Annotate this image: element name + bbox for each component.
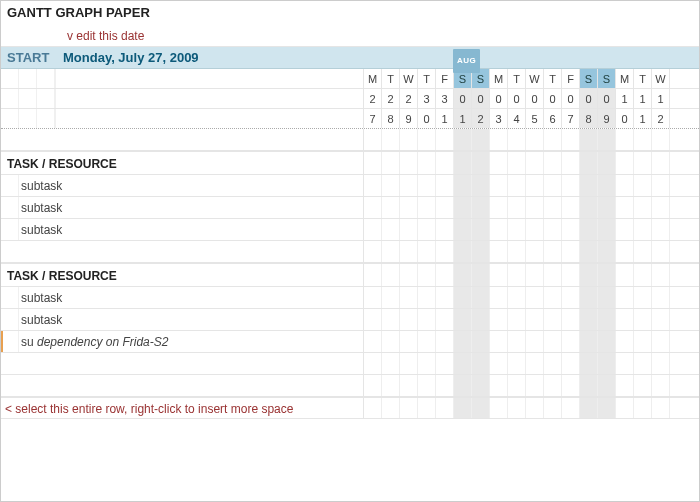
gantt-cell[interactable]	[364, 175, 382, 196]
gantt-cell[interactable]	[418, 175, 436, 196]
gantt-cell[interactable]	[382, 129, 400, 150]
gantt-cell[interactable]	[436, 241, 454, 262]
gantt-cell[interactable]	[490, 287, 508, 308]
gantt-cell[interactable]	[526, 175, 544, 196]
gantt-cell[interactable]	[634, 331, 652, 352]
gantt-cell[interactable]	[616, 219, 634, 240]
gantt-cell[interactable]	[652, 219, 670, 240]
gantt-cell[interactable]	[436, 353, 454, 374]
gantt-cell[interactable]	[616, 331, 634, 352]
gantt-cell[interactable]	[634, 287, 652, 308]
gantt-cell[interactable]	[400, 353, 418, 374]
gantt-cell[interactable]	[544, 241, 562, 262]
gantt-cell[interactable]	[562, 129, 580, 150]
gantt-cell[interactable]	[472, 241, 490, 262]
gantt-cell[interactable]	[508, 152, 526, 174]
gantt-cell[interactable]	[508, 241, 526, 262]
gantt-cell[interactable]	[364, 152, 382, 174]
gantt-cell[interactable]	[598, 197, 616, 218]
task-group-header[interactable]: TASK / RESOURCE	[1, 151, 699, 175]
gantt-cell[interactable]	[616, 287, 634, 308]
gantt-cell[interactable]	[472, 129, 490, 150]
gantt-cell[interactable]	[526, 152, 544, 174]
gantt-cell[interactable]	[526, 331, 544, 352]
gantt-cell[interactable]	[472, 152, 490, 174]
gantt-cell[interactable]	[382, 331, 400, 352]
gantt-cell[interactable]	[562, 241, 580, 262]
gantt-cell[interactable]	[436, 197, 454, 218]
gantt-cell[interactable]	[490, 398, 508, 418]
gantt-cell[interactable]	[382, 175, 400, 196]
gantt-cell[interactable]	[598, 129, 616, 150]
gantt-cell[interactable]	[382, 375, 400, 396]
gantt-cell[interactable]	[508, 398, 526, 418]
gantt-cell[interactable]	[508, 264, 526, 286]
gantt-cell[interactable]	[508, 331, 526, 352]
gantt-cell[interactable]	[598, 398, 616, 418]
gantt-cell[interactable]	[562, 219, 580, 240]
gantt-cell[interactable]	[436, 331, 454, 352]
gantt-cell[interactable]	[454, 353, 472, 374]
gantt-cell[interactable]	[418, 152, 436, 174]
gantt-cell[interactable]	[490, 129, 508, 150]
gantt-cell[interactable]	[562, 264, 580, 286]
gantt-cell[interactable]	[364, 398, 382, 418]
gantt-cell[interactable]	[508, 129, 526, 150]
gantt-cell[interactable]	[454, 241, 472, 262]
gantt-cell[interactable]	[526, 309, 544, 330]
gantt-cell[interactable]	[652, 331, 670, 352]
gantt-cell[interactable]	[382, 264, 400, 286]
gantt-cell[interactable]	[508, 309, 526, 330]
gantt-cell[interactable]	[562, 287, 580, 308]
subtask-label[interactable]: subtask	[19, 287, 364, 308]
gantt-cell[interactable]	[616, 264, 634, 286]
gantt-cell[interactable]	[652, 264, 670, 286]
gantt-cell[interactable]	[364, 375, 382, 396]
gantt-cell[interactable]	[544, 219, 562, 240]
gantt-cell[interactable]	[400, 129, 418, 150]
gantt-cell[interactable]	[508, 353, 526, 374]
gantt-cell[interactable]	[634, 152, 652, 174]
gantt-cell[interactable]	[364, 264, 382, 286]
gantt-cell[interactable]	[490, 152, 508, 174]
gantt-cell[interactable]	[598, 264, 616, 286]
gantt-cell[interactable]	[580, 309, 598, 330]
gantt-cell[interactable]	[544, 152, 562, 174]
gantt-cell[interactable]	[472, 375, 490, 396]
gantt-cell[interactable]	[436, 287, 454, 308]
gantt-cell[interactable]	[634, 398, 652, 418]
insert-space-label[interactable]: < select this entire row, right-click to…	[5, 398, 364, 418]
gantt-cell[interactable]	[472, 309, 490, 330]
gantt-cell[interactable]	[616, 152, 634, 174]
subtask-label[interactable]: subtask	[19, 219, 364, 240]
gantt-cell[interactable]	[652, 129, 670, 150]
gantt-cell[interactable]	[400, 219, 418, 240]
gantt-cell[interactable]	[526, 287, 544, 308]
gantt-cell[interactable]	[490, 175, 508, 196]
gantt-cell[interactable]	[490, 219, 508, 240]
gantt-cell[interactable]	[526, 375, 544, 396]
gantt-cell[interactable]	[472, 331, 490, 352]
gantt-cell[interactable]	[454, 175, 472, 196]
gantt-cell[interactable]	[616, 197, 634, 218]
gantt-cell[interactable]	[526, 398, 544, 418]
gantt-cell[interactable]	[634, 309, 652, 330]
gantt-cell[interactable]	[634, 219, 652, 240]
subtask-label[interactable]: subtask	[19, 175, 364, 196]
gantt-cell[interactable]	[526, 219, 544, 240]
gantt-cell[interactable]	[364, 241, 382, 262]
gantt-cell[interactable]	[454, 375, 472, 396]
gantt-cell[interactable]	[454, 219, 472, 240]
gantt-cell[interactable]	[454, 398, 472, 418]
subtask-row[interactable]: subtask	[1, 309, 699, 331]
gantt-cell[interactable]	[634, 375, 652, 396]
dependency-label[interactable]: su dependency on Frida-S2	[19, 331, 364, 352]
gantt-cell[interactable]	[652, 309, 670, 330]
gantt-cell[interactable]	[454, 287, 472, 308]
gantt-cell[interactable]	[472, 398, 490, 418]
gantt-cell[interactable]	[436, 219, 454, 240]
gantt-cell[interactable]	[400, 309, 418, 330]
subtask-row[interactable]: subtask	[1, 175, 699, 197]
gantt-cell[interactable]	[382, 398, 400, 418]
gantt-cell[interactable]	[400, 287, 418, 308]
